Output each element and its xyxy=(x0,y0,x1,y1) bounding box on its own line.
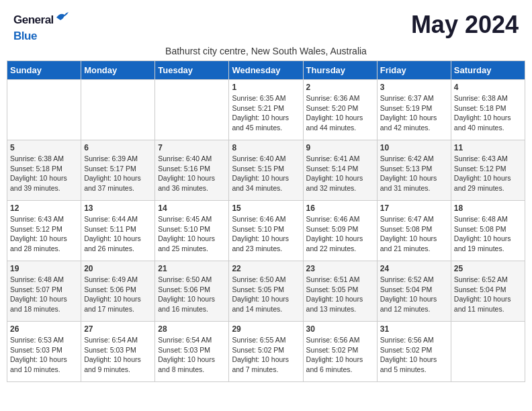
day-info: Sunrise: 6:47 AM Sunset: 5:08 PM Dayligh… xyxy=(380,214,448,254)
day-info: Sunrise: 6:38 AM Sunset: 5:18 PM Dayligh… xyxy=(454,93,522,133)
calendar-day-cell: 22Sunrise: 6:50 AM Sunset: 5:05 PM Dayli… xyxy=(229,261,303,322)
day-number: 8 xyxy=(232,143,300,152)
calendar-day-cell: 12Sunrise: 6:43 AM Sunset: 5:12 PM Dayli… xyxy=(7,201,81,261)
day-info: Sunrise: 6:42 AM Sunset: 5:13 PM Dayligh… xyxy=(380,154,448,193)
day-number: 29 xyxy=(232,324,300,334)
day-of-week-header: Thursday xyxy=(303,61,377,80)
calendar-day-cell: 2Sunrise: 6:36 AM Sunset: 5:20 PM Daylig… xyxy=(303,80,377,140)
calendar: SundayMondayTuesdayWednesdayThursdayFrid… xyxy=(0,60,532,389)
logo: General Blue xyxy=(13,11,70,43)
day-info: Sunrise: 6:36 AM Sunset: 5:20 PM Dayligh… xyxy=(306,93,374,133)
day-info: Sunrise: 6:52 AM Sunset: 5:04 PM Dayligh… xyxy=(454,275,522,314)
day-of-week-header: Tuesday xyxy=(155,61,229,80)
day-info: Sunrise: 6:53 AM Sunset: 5:03 PM Dayligh… xyxy=(10,335,78,375)
day-info: Sunrise: 6:46 AM Sunset: 5:09 PM Dayligh… xyxy=(306,214,374,254)
day-info: Sunrise: 6:38 AM Sunset: 5:18 PM Dayligh… xyxy=(10,154,78,193)
day-number: 13 xyxy=(84,203,152,213)
calendar-day-cell: 1Sunrise: 6:35 AM Sunset: 5:21 PM Daylig… xyxy=(229,80,303,140)
day-number: 20 xyxy=(84,264,152,273)
day-of-week-header: Wednesday xyxy=(229,61,303,80)
day-number: 15 xyxy=(232,203,300,213)
calendar-day-cell xyxy=(155,80,229,140)
day-number: 31 xyxy=(380,324,448,334)
day-of-week-header: Monday xyxy=(81,61,155,80)
day-info: Sunrise: 6:49 AM Sunset: 5:06 PM Dayligh… xyxy=(84,275,152,314)
day-info: Sunrise: 6:48 AM Sunset: 5:08 PM Dayligh… xyxy=(454,214,522,254)
day-number: 17 xyxy=(380,203,448,213)
day-number: 19 xyxy=(10,264,78,273)
calendar-week-row: 19Sunrise: 6:48 AM Sunset: 5:07 PM Dayli… xyxy=(7,261,525,322)
calendar-day-cell: 4Sunrise: 6:38 AM Sunset: 5:18 PM Daylig… xyxy=(451,80,525,140)
calendar-week-row: 5Sunrise: 6:38 AM Sunset: 5:18 PM Daylig… xyxy=(7,140,525,201)
day-info: Sunrise: 6:56 AM Sunset: 5:02 PM Dayligh… xyxy=(380,335,448,375)
calendar-day-cell: 31Sunrise: 6:56 AM Sunset: 5:02 PM Dayli… xyxy=(377,322,451,382)
calendar-day-cell: 27Sunrise: 6:54 AM Sunset: 5:03 PM Dayli… xyxy=(81,322,155,382)
day-info: Sunrise: 6:51 AM Sunset: 5:05 PM Dayligh… xyxy=(306,275,374,314)
calendar-week-row: 26Sunrise: 6:53 AM Sunset: 5:03 PM Dayli… xyxy=(7,322,525,382)
calendar-week-row: 1Sunrise: 6:35 AM Sunset: 5:21 PM Daylig… xyxy=(7,80,525,140)
day-number: 28 xyxy=(158,324,226,334)
calendar-header-row: SundayMondayTuesdayWednesdayThursdayFrid… xyxy=(7,61,525,80)
calendar-day-cell: 3Sunrise: 6:37 AM Sunset: 5:19 PM Daylig… xyxy=(377,80,451,140)
day-info: Sunrise: 6:43 AM Sunset: 5:12 PM Dayligh… xyxy=(454,154,522,193)
calendar-day-cell: 19Sunrise: 6:48 AM Sunset: 5:07 PM Dayli… xyxy=(7,261,81,322)
day-number: 5 xyxy=(10,143,78,152)
day-info: Sunrise: 6:45 AM Sunset: 5:10 PM Dayligh… xyxy=(158,214,226,254)
calendar-day-cell: 14Sunrise: 6:45 AM Sunset: 5:10 PM Dayli… xyxy=(155,201,229,261)
day-number: 3 xyxy=(380,83,448,92)
day-info: Sunrise: 6:43 AM Sunset: 5:12 PM Dayligh… xyxy=(10,214,78,254)
calendar-day-cell xyxy=(81,80,155,140)
day-number: 2 xyxy=(306,83,374,92)
day-info: Sunrise: 6:55 AM Sunset: 5:02 PM Dayligh… xyxy=(232,335,300,375)
calendar-day-cell: 30Sunrise: 6:56 AM Sunset: 5:02 PM Dayli… xyxy=(303,322,377,382)
day-of-week-header: Saturday xyxy=(451,61,525,80)
day-info: Sunrise: 6:44 AM Sunset: 5:11 PM Dayligh… xyxy=(84,214,152,254)
day-number: 24 xyxy=(380,264,448,273)
calendar-day-cell: 26Sunrise: 6:53 AM Sunset: 5:03 PM Dayli… xyxy=(7,322,81,382)
calendar-day-cell: 17Sunrise: 6:47 AM Sunset: 5:08 PM Dayli… xyxy=(377,201,451,261)
day-number: 26 xyxy=(10,324,78,334)
day-number: 10 xyxy=(380,143,448,152)
day-number: 21 xyxy=(158,264,226,273)
day-number: 30 xyxy=(306,324,374,334)
day-info: Sunrise: 6:54 AM Sunset: 5:03 PM Dayligh… xyxy=(84,335,152,375)
day-number: 9 xyxy=(306,143,374,152)
calendar-day-cell: 25Sunrise: 6:52 AM Sunset: 5:04 PM Dayli… xyxy=(451,261,525,322)
calendar-table: SundayMondayTuesdayWednesdayThursdayFrid… xyxy=(7,60,525,382)
calendar-day-cell: 28Sunrise: 6:54 AM Sunset: 5:03 PM Dayli… xyxy=(155,322,229,382)
day-of-week-header: Friday xyxy=(377,61,451,80)
calendar-day-cell xyxy=(451,322,525,382)
day-number: 27 xyxy=(84,324,152,334)
day-info: Sunrise: 6:48 AM Sunset: 5:07 PM Dayligh… xyxy=(10,275,78,314)
day-number: 23 xyxy=(306,264,374,273)
calendar-day-cell: 5Sunrise: 6:38 AM Sunset: 5:18 PM Daylig… xyxy=(7,140,81,201)
calendar-day-cell: 10Sunrise: 6:42 AM Sunset: 5:13 PM Dayli… xyxy=(377,140,451,201)
day-info: Sunrise: 6:35 AM Sunset: 5:21 PM Dayligh… xyxy=(232,93,300,133)
day-info: Sunrise: 6:52 AM Sunset: 5:04 PM Dayligh… xyxy=(380,275,448,314)
calendar-body: 1Sunrise: 6:35 AM Sunset: 5:21 PM Daylig… xyxy=(7,80,525,382)
day-info: Sunrise: 6:50 AM Sunset: 5:05 PM Dayligh… xyxy=(232,275,300,314)
day-info: Sunrise: 6:37 AM Sunset: 5:19 PM Dayligh… xyxy=(380,93,448,133)
day-number: 1 xyxy=(232,83,300,92)
calendar-week-row: 12Sunrise: 6:43 AM Sunset: 5:12 PM Dayli… xyxy=(7,201,525,261)
calendar-day-cell: 9Sunrise: 6:41 AM Sunset: 5:14 PM Daylig… xyxy=(303,140,377,201)
day-number: 14 xyxy=(158,203,226,213)
title-area: May 2024 xyxy=(411,11,519,39)
calendar-day-cell: 29Sunrise: 6:55 AM Sunset: 5:02 PM Dayli… xyxy=(229,322,303,382)
day-number: 7 xyxy=(158,143,226,152)
calendar-day-cell: 21Sunrise: 6:50 AM Sunset: 5:06 PM Dayli… xyxy=(155,261,229,322)
calendar-day-cell: 15Sunrise: 6:46 AM Sunset: 5:10 PM Dayli… xyxy=(229,201,303,261)
day-of-week-header: Sunday xyxy=(7,61,81,80)
calendar-day-cell: 24Sunrise: 6:52 AM Sunset: 5:04 PM Dayli… xyxy=(377,261,451,322)
day-info: Sunrise: 6:50 AM Sunset: 5:06 PM Dayligh… xyxy=(158,275,226,314)
calendar-day-cell: 6Sunrise: 6:39 AM Sunset: 5:17 PM Daylig… xyxy=(81,140,155,201)
day-number: 11 xyxy=(454,143,522,152)
calendar-day-cell: 18Sunrise: 6:48 AM Sunset: 5:08 PM Dayli… xyxy=(451,201,525,261)
day-info: Sunrise: 6:54 AM Sunset: 5:03 PM Dayligh… xyxy=(158,335,226,375)
calendar-day-cell: 7Sunrise: 6:40 AM Sunset: 5:16 PM Daylig… xyxy=(155,140,229,201)
day-info: Sunrise: 6:56 AM Sunset: 5:02 PM Dayligh… xyxy=(306,335,374,375)
page-header: General Blue May 2024 xyxy=(0,0,532,46)
day-number: 18 xyxy=(454,203,522,213)
calendar-day-cell: 23Sunrise: 6:51 AM Sunset: 5:05 PM Dayli… xyxy=(303,261,377,322)
calendar-day-cell: 11Sunrise: 6:43 AM Sunset: 5:12 PM Dayli… xyxy=(451,140,525,201)
